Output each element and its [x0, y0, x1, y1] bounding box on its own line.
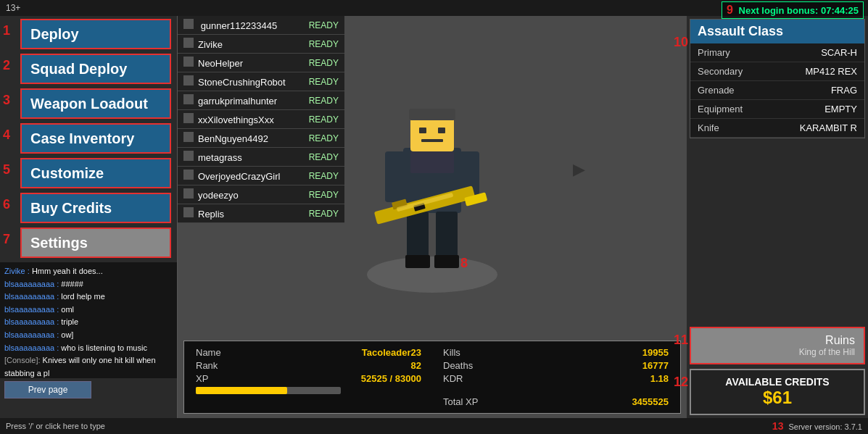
squad-icon: [183, 188, 194, 199]
character-figure: [352, 83, 512, 285]
chat-message-7: [Console]: Knives will only one hit kill…: [4, 354, 173, 378]
chat-message-6: blsaaaaaaaaa : who is listening to music: [4, 342, 173, 355]
stat-name-label: Name: [196, 347, 221, 358]
equipment-value: EMPTY: [824, 104, 857, 114]
bottom-bar[interactable]: Press '/' or click here to type 13 Serve…: [0, 418, 868, 434]
customize-button[interactable]: Customize: [20, 158, 171, 188]
assault-class-header: Assault Class: [690, 20, 864, 43]
squad-status: READY: [309, 114, 339, 125]
badge-1: 1: [3, 23, 10, 38]
squad-member-name: metagrass: [198, 152, 242, 163]
squad-row: NeoHelper READY: [178, 54, 344, 72]
squad-icon: [183, 57, 194, 67]
stat-kills-value: 19955: [642, 347, 669, 358]
stat-name-value: Tacoleader23: [362, 347, 421, 358]
svg-rect-12: [434, 255, 459, 268]
squad-icon: [183, 207, 194, 217]
squad-icon: [183, 75, 194, 85]
knife-label: Knife: [698, 122, 719, 133]
secondary-label: Secondary: [698, 66, 743, 77]
squad-status: READY: [309, 39, 339, 49]
stat-totalxp-label: Total XP: [443, 396, 478, 407]
stat-rank-label: Rank: [196, 360, 218, 371]
squad-member-name: Replis: [198, 209, 224, 220]
squad-member-name: xxXilovethingsXxx: [198, 114, 274, 125]
stat-rank-value: 82: [411, 360, 421, 371]
chat-message-3: blsaaaaaaaaa : oml: [4, 304, 173, 317]
equipment-label: Equipment: [698, 104, 743, 114]
svg-rect-5: [409, 109, 455, 120]
loadout-row-grenade: Grenade FRAG: [690, 81, 864, 100]
squad-icon: [183, 38, 194, 48]
squad-status: READY: [309, 190, 339, 200]
chat-message-0: Zivike : Hmm yeah it does...: [4, 265, 173, 278]
squad-icon: [183, 19, 194, 29]
squad-member-name: NeoHelper: [198, 58, 243, 69]
ruins-panel: Ruins King of the Hill: [690, 327, 865, 364]
loadout-row-primary: Primary SCAR-H: [690, 43, 864, 62]
squad-icon: [183, 151, 194, 161]
weapon-loadout-button[interactable]: Weapon Loadout: [20, 88, 171, 119]
stat-totalxp-value: 3455525: [632, 396, 669, 407]
stat-xp-label: XP: [196, 373, 208, 384]
squad-row: Zivike READY: [178, 35, 344, 54]
squad-status: READY: [309, 96, 339, 106]
squad-member-name: garrukprimalhunter: [198, 96, 277, 107]
squad-member-name: StoneCrushingRobot: [198, 77, 286, 88]
stat-kills-label: Kills: [443, 347, 460, 358]
squad-status: READY: [309, 209, 339, 219]
settings-button[interactable]: Settings: [20, 228, 171, 258]
center-area: gunner112233445 READY Zivike READY NeoHe…: [178, 16, 687, 418]
badge-10: 10: [674, 35, 688, 50]
squad-row: gunner112233445 READY: [178, 16, 344, 35]
login-bonus: 9 Next login bonus: 07:44:25: [722, 1, 864, 19]
deploy-button[interactable]: Deploy: [20, 19, 171, 49]
badge-7: 7: [3, 232, 10, 247]
squad-status: READY: [309, 58, 339, 68]
stat-name-row: Name Tacoleader23: [196, 347, 421, 358]
squad-list: gunner112233445 READY Zivike READY NeoHe…: [178, 16, 344, 223]
chat-message-4: blsaaaaaaaaa : triple: [4, 316, 173, 329]
sidebar: 1 Deploy 2 Squad Deploy 3 Weapon Loadout…: [0, 16, 178, 418]
cursor-arrow: ▶: [573, 160, 585, 179]
stat-kdr-label: KDR: [443, 373, 463, 394]
primary-value: SCAR-H: [821, 47, 857, 58]
squad-member-name: BenNguyen4492: [198, 133, 268, 144]
prev-page-button[interactable]: Prev page: [4, 381, 91, 398]
xp-bar-fill: [196, 387, 287, 394]
stat-kdr-row: KDR 1.18: [443, 373, 669, 394]
svg-rect-6: [385, 151, 405, 202]
badge-11: 11: [674, 333, 688, 348]
primary-label: Primary: [698, 47, 730, 58]
chat-message-1: blsaaaaaaaaa : #####: [4, 278, 173, 291]
squad-status: READY: [309, 77, 339, 87]
squad-member-name: gunner112233445: [201, 20, 278, 31]
badge-12: 12: [674, 375, 688, 390]
buy-credits-button[interactable]: Buy Credits: [20, 193, 171, 223]
chat-prompt[interactable]: Press '/' or click here to type: [6, 422, 105, 430]
svg-rect-9: [407, 212, 429, 259]
chat-message-5: blsaaaaaaaaa : ow]: [4, 329, 173, 342]
stat-kills-row: Kills 19955: [443, 347, 669, 358]
right-panel: 10 Assault Class Primary SCAR-H Secondar…: [687, 16, 868, 418]
squad-status: READY: [309, 171, 339, 181]
squad-icon: [183, 113, 194, 123]
stat-deaths-label: Deaths: [443, 360, 473, 371]
squad-icon: [183, 132, 194, 142]
squad-icon: [183, 94, 194, 104]
case-inventory-button[interactable]: Case Inventory: [20, 123, 171, 154]
badge-13: 13: [772, 420, 784, 432]
squad-row: metagrass READY: [178, 148, 344, 167]
badge-4: 4: [3, 128, 10, 143]
squad-member-name: yodeezyo: [198, 190, 239, 201]
stat-deaths-value: 16777: [642, 360, 669, 371]
badge-6: 6: [3, 197, 10, 212]
svg-rect-2: [419, 128, 426, 133]
stat-xp-value: 52525 / 83000: [361, 373, 421, 384]
squad-deploy-button[interactable]: Squad Deploy: [20, 54, 171, 84]
svg-rect-4: [421, 139, 443, 142]
chat-area: Zivike : Hmm yeah it does... blsaaaaaaaa…: [0, 262, 177, 378]
squad-row: garrukprimalhunter READY: [178, 91, 344, 110]
squad-row: BenNguyen4492 READY: [178, 129, 344, 148]
squad-member-name: OverjoyedCrazyGirl: [198, 171, 280, 182]
